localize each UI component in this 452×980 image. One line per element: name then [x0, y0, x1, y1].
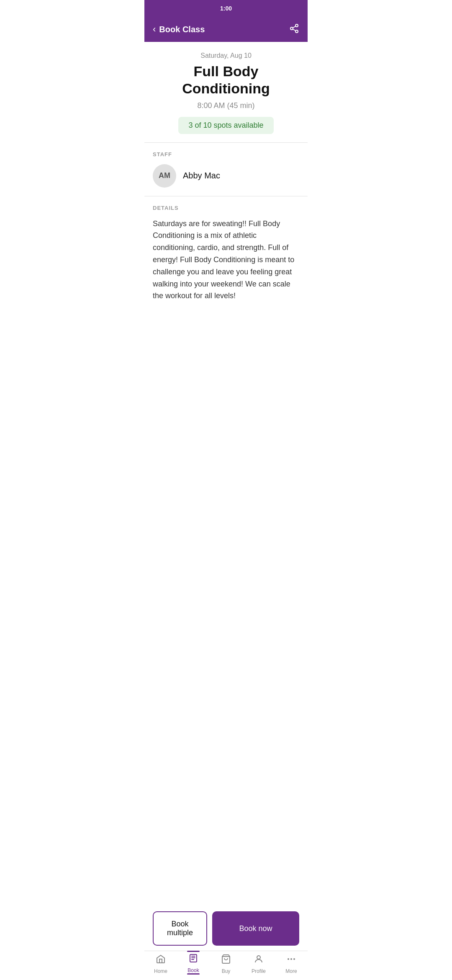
- back-arrow-icon: ‹: [153, 24, 156, 35]
- staff-section-label: STAFF: [153, 151, 299, 157]
- home-icon: [156, 954, 166, 967]
- svg-point-1: [290, 27, 293, 30]
- nav-item-book-label: Book: [187, 967, 199, 973]
- back-button[interactable]: ‹ Book Class: [153, 24, 205, 35]
- status-time: 1:00: [220, 5, 232, 12]
- book-multiple-button[interactable]: Book multiple: [153, 911, 207, 946]
- nav-item-profile[interactable]: Profile: [242, 954, 275, 974]
- nav-item-profile-label: Profile: [252, 968, 266, 974]
- spots-badge: 3 of 10 spots available: [178, 117, 273, 134]
- nav-item-home-label: Home: [154, 968, 167, 974]
- nav-item-more[interactable]: More: [275, 954, 308, 974]
- svg-point-2: [295, 30, 298, 33]
- bottom-buttons: Book multiple Book now: [144, 906, 308, 951]
- status-bar: 1:00: [144, 0, 308, 17]
- staff-item: AM Abby Mac: [153, 164, 299, 188]
- svg-point-8: [288, 958, 289, 960]
- staff-name: Abby Mac: [183, 171, 220, 181]
- book-active-indicator: [187, 973, 200, 975]
- nav-item-book[interactable]: Book: [177, 953, 210, 975]
- details-section: DETAILS Saturdays are for sweating!! Ful…: [144, 205, 308, 353]
- nav-item-more-label: More: [285, 968, 297, 974]
- nav-item-home[interactable]: Home: [144, 954, 177, 974]
- book-now-button[interactable]: Book now: [212, 911, 299, 946]
- class-title: Full Body Conditioning: [153, 63, 299, 97]
- main-content: Saturday, Aug 10 Full Body Conditioning …: [144, 42, 308, 142]
- book-icon: [188, 953, 198, 966]
- svg-point-9: [290, 958, 292, 960]
- section-divider-2: [144, 196, 308, 196]
- staff-section: STAFF AM Abby Mac: [144, 151, 308, 188]
- share-button[interactable]: [289, 23, 299, 36]
- details-section-label: DETAILS: [153, 205, 299, 211]
- staff-avatar: AM: [153, 164, 176, 188]
- svg-line-3: [293, 29, 296, 31]
- nav-item-buy-label: Buy: [222, 968, 231, 974]
- nav-title: Book Class: [159, 25, 205, 34]
- share-icon: [289, 23, 299, 34]
- svg-point-7: [257, 956, 260, 959]
- class-date: Saturday, Aug 10: [153, 52, 299, 59]
- svg-line-4: [293, 26, 296, 28]
- nav-bar: ‹ Book Class: [144, 17, 308, 42]
- svg-point-0: [295, 24, 298, 27]
- bottom-nav: Home Book Buy Profile: [144, 951, 308, 980]
- section-divider: [144, 142, 308, 143]
- nav-item-buy[interactable]: Buy: [210, 954, 242, 974]
- buy-icon: [221, 954, 231, 967]
- class-time: 8:00 AM (45 min): [153, 101, 299, 110]
- details-text: Saturdays are for sweating!! Full Body C…: [153, 218, 299, 302]
- svg-point-10: [293, 958, 295, 960]
- more-icon: [286, 954, 296, 967]
- profile-icon: [254, 954, 264, 967]
